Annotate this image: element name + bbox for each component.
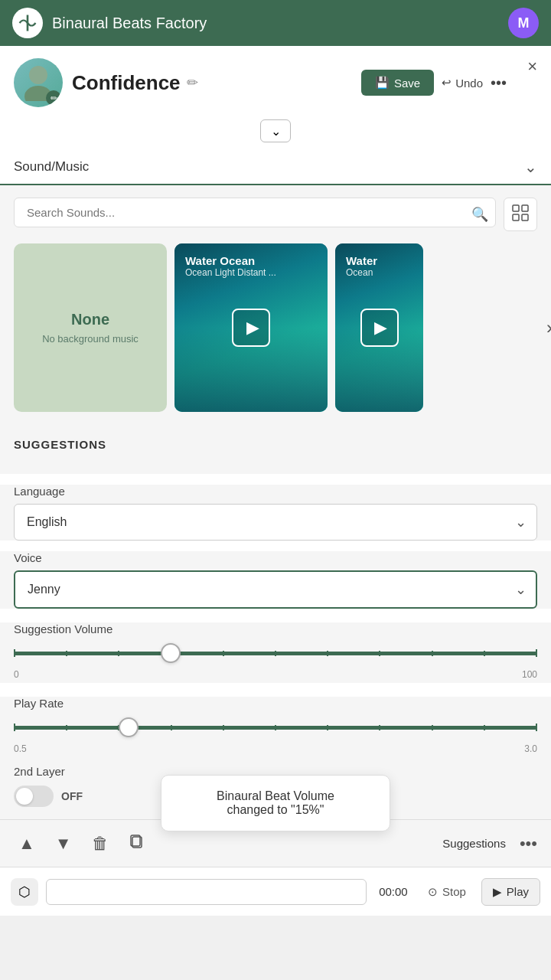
play-button[interactable]: ▶ Play [481,878,540,906]
voice-select[interactable]: Jenny [14,570,537,609]
chevron-down-icon: ⌄ [271,124,281,139]
grid-icon [512,204,529,225]
sound-card-none[interactable]: None No background music [14,243,167,412]
language-section: Language English ⌄ [0,485,551,541]
stop-button[interactable]: ⊙ Stop [420,880,474,903]
language-select-wrap: English ⌄ [14,504,537,541]
app-logo [12,8,43,38]
play-rate-track[interactable] [14,716,537,739]
toggle-thumb [16,788,33,805]
session-header: ✏ Confidence ✏ 💾 Save ↩ Undo ••• [0,46,551,116]
playback-hex-icon[interactable]: ⬡ [11,878,38,906]
play-icon-2: ▶ [374,318,387,338]
grid-view-button[interactable] [504,198,537,231]
suggestion-volume-track[interactable] [14,642,537,665]
close-button[interactable]: × [527,57,537,77]
stop-icon: ⊙ [428,885,438,899]
play-icon-bar: ▶ [493,885,502,899]
voice-label: Voice [14,551,537,564]
ocean-2-card-label: Water Ocean [346,254,377,278]
save-disk-icon: 💾 [375,76,390,90]
session-avatar[interactable]: ✏ [14,58,63,107]
top-bar: Binaural Beats Factory M [0,0,551,46]
toolbar-more-button[interactable]: ••• [520,834,537,854]
play-rate-thumb[interactable] [119,717,139,737]
toast-line2: changed to "15%" [183,803,368,817]
play-rate-slider-row: 0.5 3.0 [14,716,537,754]
move-up-button[interactable]: ▲ [14,829,40,858]
sound-section: 🔍 None No background music [0,185,551,424]
toast-line1: Binaural Beat Volume [183,789,368,803]
section-title: Sound/Music [14,159,89,175]
save-button[interactable]: 💾 Save [361,70,434,96]
search-icon-button[interactable]: 🔍 [471,206,488,223]
svg-rect-5 [513,214,519,220]
svg-point-1 [29,66,47,84]
sound-music-section-header: Sound/Music ⌄ [0,150,551,185]
playback-input[interactable] [46,879,367,905]
search-bar-row: 🔍 [14,198,537,231]
language-label: Language [14,485,537,498]
voice-section: Voice Jenny ⌄ [0,551,551,609]
none-card-title: None [71,311,109,328]
delete-button[interactable]: 🗑 [87,829,113,858]
search-input-wrap: 🔍 [14,198,496,231]
copy-icon [129,835,145,854]
ocean-card-label: Water Ocean Ocean Light Distant ... [185,254,276,278]
session-title: Confidence [72,71,181,95]
section-chevron-icon[interactable]: ⌄ [524,158,537,176]
sound-card-ocean-1[interactable]: Water Ocean Ocean Light Distant ... ▶ [174,243,328,412]
header-actions: 💾 Save ↩ Undo ••• [361,70,507,96]
session-title-area: Confidence ✏ [72,71,352,95]
copy-button[interactable] [124,828,150,859]
sound-card-ocean-2[interactable]: Water Ocean ▶ [335,243,423,412]
second-layer-state: OFF [61,790,83,802]
ocean-2-play-button[interactable]: ▶ [360,309,399,347]
ocean-1-play-button[interactable]: ▶ [232,309,270,347]
svg-rect-4 [522,205,528,211]
sound-cards-row: None No background music Water Ocean Oce… [14,243,537,412]
language-select[interactable]: English [14,504,537,541]
suggestions-tab[interactable]: Suggestions [439,832,509,854]
delete-icon: 🗑 [92,834,109,853]
play-rate-label: Play Rate [14,697,537,710]
suggestion-volume-section: Suggestion Volume [0,622,551,683]
play-icon: ▶ [246,318,259,338]
playback-bar: ⬡ 00:00 ⊙ Stop ▶ Play [0,867,551,916]
play-rate-range-labels: 0.5 3.0 [14,743,537,754]
suggestion-volume-label: Suggestion Volume [14,622,537,635]
svg-rect-3 [513,205,519,211]
search-icon: 🔍 [471,207,488,222]
user-avatar[interactable]: M [508,8,539,38]
suggestions-section: SUGGESTIONS [0,424,551,474]
playback-time: 00:00 [374,885,412,898]
avatar-edit-badge: ✏ [46,90,61,106]
edit-title-icon[interactable]: ✏ [187,74,198,91]
main-content: × ✏ Confidence ✏ 💾 Save ↩ Undo [0,46,551,916]
move-down-button[interactable]: ▼ [51,829,77,858]
undo-icon: ↩ [442,76,452,90]
suggestion-volume-range-labels: 0 100 [14,669,537,680]
next-arrow-icon[interactable]: › [546,317,551,338]
second-layer-toggle[interactable] [14,786,54,807]
suggestion-volume-slider-row: 0 100 [14,642,537,680]
svg-rect-6 [522,214,528,220]
hex-icon: ⬡ [18,884,31,900]
none-card-subtitle: No background music [42,333,139,345]
suggestion-volume-thumb[interactable] [161,643,181,663]
play-rate-section: Play Rate [0,697,551,757]
search-input[interactable] [14,198,496,227]
dropdown-toggle[interactable]: ⌄ [260,119,291,142]
toast-notification: Binaural Beat Volume changed to "15%" [161,775,390,831]
app-title: Binaural Beats Factory [52,15,499,32]
more-options-button[interactable]: ••• [491,74,507,92]
suggestions-title: SUGGESTIONS [14,424,537,462]
dropdown-center: ⌄ [0,116,551,150]
voice-select-wrap: Jenny ⌄ [14,570,537,609]
undo-button[interactable]: ↩ Undo [442,76,483,90]
